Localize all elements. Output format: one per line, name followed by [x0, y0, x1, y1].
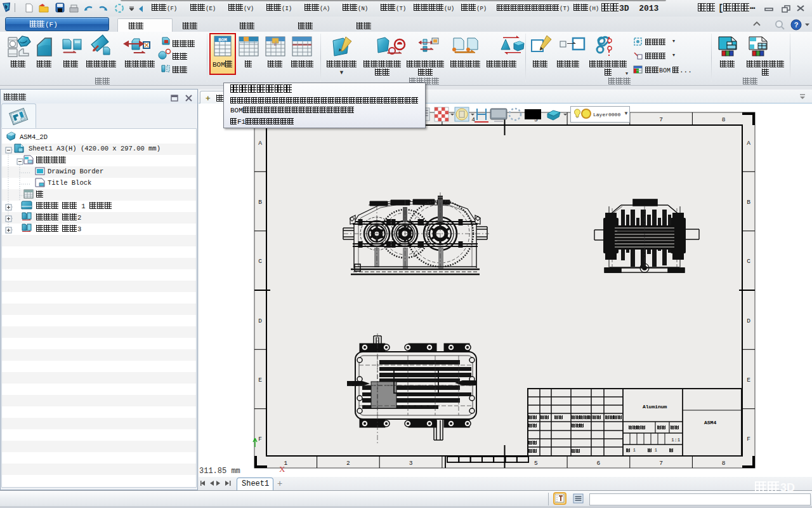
svg-text:C: C — [258, 258, 262, 265]
svg-text:6: 6 — [597, 460, 601, 467]
svg-text:F: F — [747, 436, 750, 443]
svg-text:5: 5 — [534, 460, 538, 467]
svg-text:B: B — [258, 199, 262, 206]
svg-text:E: E — [258, 377, 262, 384]
svg-text:7: 7 — [659, 116, 663, 123]
svg-text:7: 7 — [659, 460, 663, 467]
svg-text:D: D — [747, 318, 750, 324]
svg-text:E: E — [747, 377, 750, 384]
svg-text:F: F — [258, 436, 262, 443]
svg-text:8: 8 — [722, 116, 726, 123]
svg-text:8: 8 — [722, 460, 726, 467]
svg-text:A: A — [258, 140, 262, 147]
svg-text:Layer0000: Layer0000 — [593, 112, 620, 117]
svg-text:2: 2 — [346, 460, 350, 467]
svg-text:BOM: BOM — [218, 37, 227, 43]
svg-text:B: B — [747, 199, 750, 206]
svg-text:A: A — [747, 140, 750, 147]
svg-text:X: X — [279, 464, 285, 474]
svg-text:3: 3 — [409, 460, 413, 467]
svg-text:C: C — [747, 258, 750, 265]
svg-text:?: ? — [794, 21, 799, 29]
svg-text:D: D — [258, 318, 262, 324]
